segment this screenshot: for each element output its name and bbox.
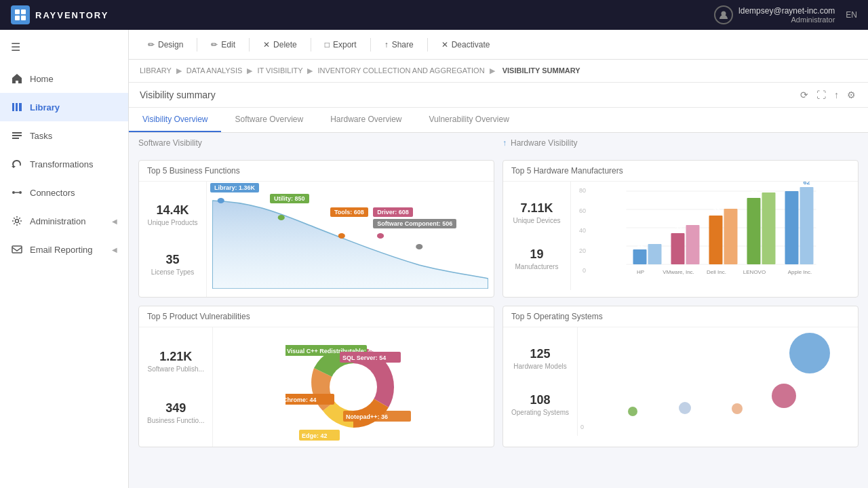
- sidebar-label-connectors: Connectors: [30, 188, 75, 198]
- card-top5-os-inner: 125 Hardware Models 108 Operating System…: [503, 327, 858, 436]
- breadcrumb-it-visibility[interactable]: IT VISIBILITY: [257, 66, 302, 75]
- fullscreen-icon[interactable]: ⛶: [815, 88, 827, 102]
- delete-label: Delete: [273, 40, 297, 49]
- card-top5-business-stats: 14.4K Unique Products 35 License Types: [139, 182, 207, 297]
- svg-point-17: [338, 233, 345, 239]
- breadcrumb-library[interactable]: LIBRARY: [140, 66, 172, 75]
- share-icon: ↑: [384, 40, 389, 49]
- tab-software-overview[interactable]: Software Overview: [221, 108, 317, 132]
- stat-os-count: 108 Operating Systems: [511, 388, 569, 422]
- sidebar-item-administration[interactable]: Administration ◀: [0, 207, 128, 235]
- svg-point-11: [12, 191, 15, 194]
- tasks-icon: [11, 129, 23, 142]
- topbar: RAYVENTORY ldempsey@raynet-inc.com Admin…: [0, 0, 868, 30]
- connectors-icon: [11, 186, 23, 199]
- card-top5-vulnerabilities-title: Top 5 Product Vulnerabilities: [139, 306, 494, 327]
- svg-rect-31: [709, 216, 723, 264]
- breadcrumb-current: VISIBILITY SUMMARY: [502, 66, 580, 75]
- breadcrumb: LIBRARY ▶ DATA ANALYSIS ▶ IT VISIBILITY …: [129, 60, 868, 83]
- sidebar-label-home: Home: [30, 74, 54, 84]
- card-top5-hardware-title: Top 5 Hardware Manufacturers: [503, 161, 858, 182]
- edit-button[interactable]: ✏ Edit: [203, 36, 243, 54]
- stat-label-biz-functions: Business Functio...: [147, 417, 204, 424]
- sidebar-item-transformations[interactable]: Transformations: [0, 150, 128, 178]
- hardware-visibility-label: Hardware Visibility: [511, 138, 577, 148]
- svg-rect-3: [21, 16, 26, 20]
- logo: RAYVENTORY: [11, 5, 108, 24]
- deactivate-button[interactable]: ✕ Deactivate: [433, 36, 498, 54]
- tab-vulnerability-overview[interactable]: Vulnerability Overview: [416, 108, 523, 132]
- sidebar-item-connectors[interactable]: Connectors: [0, 178, 128, 207]
- svg-text:22: 22: [675, 225, 682, 232]
- user-role: Administrator: [738, 16, 835, 24]
- y-label-40: 40: [574, 227, 586, 234]
- svg-rect-1: [21, 9, 26, 14]
- y-label-60: 60: [574, 207, 586, 214]
- refresh-icon[interactable]: ⟳: [799, 88, 810, 102]
- breadcrumb-data-analysis[interactable]: DATA ANALYSIS: [186, 66, 243, 75]
- separator-4: [370, 38, 371, 52]
- sidebar-item-tasks[interactable]: Tasks: [0, 121, 128, 150]
- sidebar: ☰ Home Library Tasks Transformations: [0, 30, 129, 488]
- svg-text:HP: HP: [637, 269, 644, 275]
- delete-icon: ✕: [263, 40, 270, 49]
- svg-rect-32: [724, 209, 738, 264]
- sidebar-item-library[interactable]: Library: [0, 93, 128, 121]
- stat-value-unique-products: 14.4K: [147, 203, 198, 218]
- card-top5-hardware-chart: 80 60 40 20 0: [571, 182, 858, 290]
- svg-rect-2: [15, 16, 20, 20]
- delete-button[interactable]: ✕ Delete: [255, 36, 305, 54]
- card-top5-os-title: Top 5 Operating Systems: [503, 306, 858, 327]
- share-button[interactable]: ↑ Share: [376, 36, 422, 54]
- sidebar-item-home[interactable]: Home: [0, 64, 128, 93]
- user-menu[interactable]: ldempsey@raynet-inc.com Administrator EN: [714, 5, 857, 24]
- separator-3: [311, 38, 311, 52]
- svg-rect-29: [686, 225, 700, 264]
- breadcrumb-inventory[interactable]: INVENTORY COLLECTION AND AGGREGATION: [317, 66, 484, 75]
- administration-arrow: ◀: [112, 218, 117, 225]
- edit-label: Edit: [221, 40, 235, 49]
- deactivate-label: Deactivate: [452, 40, 490, 49]
- separator-5: [427, 38, 428, 52]
- brand-name: RAYVENTORY: [35, 10, 108, 20]
- stat-value-hw-models: 125: [511, 347, 569, 361]
- svg-rect-25: [633, 249, 647, 264]
- stat-license-types: 35 License Types: [147, 247, 198, 281]
- card-top5-vulnerabilities: Top 5 Product Vulnerabilities 1.21K Soft…: [138, 306, 494, 447]
- svg-text:LENOVO: LENOVO: [743, 269, 766, 275]
- avatar: [714, 5, 733, 24]
- svg-text:Chrome: 44: Chrome: 44: [285, 396, 317, 403]
- design-button[interactable]: ✏ Design: [140, 36, 191, 54]
- stat-value-sw-publishers: 1.21K: [147, 350, 204, 364]
- card-top5-hardware: Top 5 Hardware Manufacturers 7.11K Uniqu…: [502, 160, 859, 298]
- dashboard-content: Software Visibility ↑ Hardware Visibilit…: [129, 133, 868, 488]
- tab-hardware-overview[interactable]: Hardware Overview: [317, 108, 415, 132]
- card-top5-os: Top 5 Operating Systems 125 Hardware Mod…: [502, 306, 859, 447]
- svg-text:Apple Inc.: Apple Inc.: [788, 269, 812, 275]
- toolbar: ✏ Design ✏ Edit ✕ Delete □ Export ↑ Shar…: [129, 30, 868, 60]
- language-selector[interactable]: EN: [846, 10, 857, 20]
- svg-text:12: 12: [637, 241, 644, 248]
- export-dash-icon[interactable]: ↑: [833, 88, 840, 102]
- library-icon: [11, 101, 23, 113]
- sidebar-item-email-reporting[interactable]: Email Reporting ◀: [0, 235, 128, 264]
- svg-point-16: [278, 215, 285, 220]
- svg-text:Edge: 42: Edge: 42: [302, 432, 328, 439]
- svg-point-12: [19, 191, 22, 194]
- tab-visibility-overview[interactable]: Visibility Overview: [129, 108, 221, 132]
- svg-rect-38: [800, 187, 814, 264]
- export-button[interactable]: □ Export: [317, 36, 365, 54]
- card-top5-business-title: Top 5 Business Functions: [139, 161, 494, 182]
- svg-rect-8: [12, 132, 22, 134]
- y-label-0: 0: [574, 267, 586, 274]
- stat-value-os-count: 108: [511, 393, 569, 407]
- svg-rect-26: [648, 244, 662, 264]
- menu-toggle[interactable]: ☰: [0, 30, 128, 64]
- main-area: ✏ Design ✏ Edit ✕ Delete □ Export ↑ Shar…: [129, 30, 868, 488]
- stat-label-unique-products: Unique Products: [147, 219, 198, 226]
- user-email: ldempsey@raynet-inc.com: [738, 6, 835, 16]
- stat-value-biz-functions: 349: [147, 401, 204, 415]
- settings-icon[interactable]: ⚙: [846, 88, 857, 102]
- bubble-os4: [679, 402, 691, 414]
- svg-text:51: 51: [751, 190, 757, 197]
